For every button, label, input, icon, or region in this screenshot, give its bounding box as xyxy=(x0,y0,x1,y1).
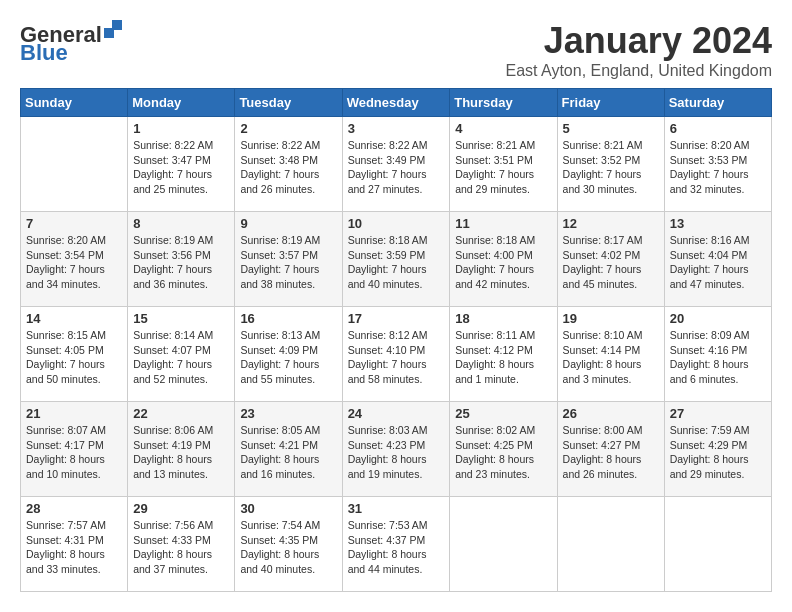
empty-cell xyxy=(664,497,771,592)
day-number: 1 xyxy=(133,121,229,136)
calendar-day-cell: 22Sunrise: 8:06 AM Sunset: 4:19 PM Dayli… xyxy=(128,402,235,497)
day-number: 29 xyxy=(133,501,229,516)
day-info: Sunrise: 8:19 AM Sunset: 3:56 PM Dayligh… xyxy=(133,233,229,292)
calendar-day-cell: 4Sunrise: 8:21 AM Sunset: 3:51 PM Daylig… xyxy=(450,117,557,212)
calendar-day-cell: 2Sunrise: 8:22 AM Sunset: 3:48 PM Daylig… xyxy=(235,117,342,212)
day-number: 15 xyxy=(133,311,229,326)
day-number: 13 xyxy=(670,216,766,231)
day-number: 8 xyxy=(133,216,229,231)
day-number: 19 xyxy=(563,311,659,326)
day-number: 9 xyxy=(240,216,336,231)
day-info: Sunrise: 8:14 AM Sunset: 4:07 PM Dayligh… xyxy=(133,328,229,387)
logo-arrow-icon xyxy=(104,20,122,42)
weekday-header-row: SundayMondayTuesdayWednesdayThursdayFrid… xyxy=(21,89,772,117)
day-info: Sunrise: 8:07 AM Sunset: 4:17 PM Dayligh… xyxy=(26,423,122,482)
day-number: 22 xyxy=(133,406,229,421)
page-header: General Blue January 2024 East Ayton, En… xyxy=(20,20,772,80)
day-info: Sunrise: 8:11 AM Sunset: 4:12 PM Dayligh… xyxy=(455,328,551,387)
day-number: 17 xyxy=(348,311,445,326)
day-info: Sunrise: 8:02 AM Sunset: 4:25 PM Dayligh… xyxy=(455,423,551,482)
day-info: Sunrise: 8:09 AM Sunset: 4:16 PM Dayligh… xyxy=(670,328,766,387)
calendar-day-cell: 28Sunrise: 7:57 AM Sunset: 4:31 PM Dayli… xyxy=(21,497,128,592)
day-info: Sunrise: 8:15 AM Sunset: 4:05 PM Dayligh… xyxy=(26,328,122,387)
day-info: Sunrise: 7:53 AM Sunset: 4:37 PM Dayligh… xyxy=(348,518,445,577)
calendar-day-cell: 30Sunrise: 7:54 AM Sunset: 4:35 PM Dayli… xyxy=(235,497,342,592)
calendar-day-cell: 31Sunrise: 7:53 AM Sunset: 4:37 PM Dayli… xyxy=(342,497,450,592)
day-number: 28 xyxy=(26,501,122,516)
day-number: 12 xyxy=(563,216,659,231)
day-number: 21 xyxy=(26,406,122,421)
day-info: Sunrise: 7:59 AM Sunset: 4:29 PM Dayligh… xyxy=(670,423,766,482)
day-number: 16 xyxy=(240,311,336,326)
day-number: 3 xyxy=(348,121,445,136)
day-number: 23 xyxy=(240,406,336,421)
day-info: Sunrise: 7:56 AM Sunset: 4:33 PM Dayligh… xyxy=(133,518,229,577)
day-info: Sunrise: 8:18 AM Sunset: 4:00 PM Dayligh… xyxy=(455,233,551,292)
weekday-header-tuesday: Tuesday xyxy=(235,89,342,117)
calendar-week-row: 14Sunrise: 8:15 AM Sunset: 4:05 PM Dayli… xyxy=(21,307,772,402)
day-number: 27 xyxy=(670,406,766,421)
day-info: Sunrise: 8:17 AM Sunset: 4:02 PM Dayligh… xyxy=(563,233,659,292)
calendar-table: SundayMondayTuesdayWednesdayThursdayFrid… xyxy=(20,88,772,592)
day-info: Sunrise: 8:21 AM Sunset: 3:52 PM Dayligh… xyxy=(563,138,659,197)
day-number: 25 xyxy=(455,406,551,421)
calendar-day-cell: 19Sunrise: 8:10 AM Sunset: 4:14 PM Dayli… xyxy=(557,307,664,402)
calendar-day-cell: 10Sunrise: 8:18 AM Sunset: 3:59 PM Dayli… xyxy=(342,212,450,307)
calendar-day-cell: 12Sunrise: 8:17 AM Sunset: 4:02 PM Dayli… xyxy=(557,212,664,307)
weekday-header-sunday: Sunday xyxy=(21,89,128,117)
calendar-day-cell: 1Sunrise: 8:22 AM Sunset: 3:47 PM Daylig… xyxy=(128,117,235,212)
day-info: Sunrise: 8:21 AM Sunset: 3:51 PM Dayligh… xyxy=(455,138,551,197)
logo-blue-text: Blue xyxy=(20,40,68,66)
day-info: Sunrise: 8:22 AM Sunset: 3:48 PM Dayligh… xyxy=(240,138,336,197)
calendar-day-cell: 18Sunrise: 8:11 AM Sunset: 4:12 PM Dayli… xyxy=(450,307,557,402)
calendar-day-cell: 14Sunrise: 8:15 AM Sunset: 4:05 PM Dayli… xyxy=(21,307,128,402)
calendar-day-cell: 3Sunrise: 8:22 AM Sunset: 3:49 PM Daylig… xyxy=(342,117,450,212)
day-number: 14 xyxy=(26,311,122,326)
calendar-day-cell: 27Sunrise: 7:59 AM Sunset: 4:29 PM Dayli… xyxy=(664,402,771,497)
weekday-header-monday: Monday xyxy=(128,89,235,117)
day-number: 26 xyxy=(563,406,659,421)
empty-cell xyxy=(21,117,128,212)
day-number: 7 xyxy=(26,216,122,231)
calendar-week-row: 1Sunrise: 8:22 AM Sunset: 3:47 PM Daylig… xyxy=(21,117,772,212)
calendar-week-row: 28Sunrise: 7:57 AM Sunset: 4:31 PM Dayli… xyxy=(21,497,772,592)
day-number: 30 xyxy=(240,501,336,516)
calendar-day-cell: 23Sunrise: 8:05 AM Sunset: 4:21 PM Dayli… xyxy=(235,402,342,497)
day-number: 10 xyxy=(348,216,445,231)
calendar-day-cell: 17Sunrise: 8:12 AM Sunset: 4:10 PM Dayli… xyxy=(342,307,450,402)
day-info: Sunrise: 8:03 AM Sunset: 4:23 PM Dayligh… xyxy=(348,423,445,482)
day-info: Sunrise: 8:10 AM Sunset: 4:14 PM Dayligh… xyxy=(563,328,659,387)
day-number: 4 xyxy=(455,121,551,136)
day-info: Sunrise: 8:18 AM Sunset: 3:59 PM Dayligh… xyxy=(348,233,445,292)
empty-cell xyxy=(557,497,664,592)
day-info: Sunrise: 7:57 AM Sunset: 4:31 PM Dayligh… xyxy=(26,518,122,577)
calendar-day-cell: 5Sunrise: 8:21 AM Sunset: 3:52 PM Daylig… xyxy=(557,117,664,212)
day-info: Sunrise: 8:13 AM Sunset: 4:09 PM Dayligh… xyxy=(240,328,336,387)
calendar-day-cell: 11Sunrise: 8:18 AM Sunset: 4:00 PM Dayli… xyxy=(450,212,557,307)
calendar-day-cell: 8Sunrise: 8:19 AM Sunset: 3:56 PM Daylig… xyxy=(128,212,235,307)
day-info: Sunrise: 8:06 AM Sunset: 4:19 PM Dayligh… xyxy=(133,423,229,482)
day-info: Sunrise: 8:05 AM Sunset: 4:21 PM Dayligh… xyxy=(240,423,336,482)
day-info: Sunrise: 8:20 AM Sunset: 3:54 PM Dayligh… xyxy=(26,233,122,292)
day-number: 24 xyxy=(348,406,445,421)
day-info: Sunrise: 8:19 AM Sunset: 3:57 PM Dayligh… xyxy=(240,233,336,292)
weekday-header-friday: Friday xyxy=(557,89,664,117)
calendar-day-cell: 15Sunrise: 8:14 AM Sunset: 4:07 PM Dayli… xyxy=(128,307,235,402)
location: East Ayton, England, United Kingdom xyxy=(505,62,772,80)
month-title: January 2024 xyxy=(505,20,772,62)
day-info: Sunrise: 8:00 AM Sunset: 4:27 PM Dayligh… xyxy=(563,423,659,482)
title-block: January 2024 East Ayton, England, United… xyxy=(505,20,772,80)
day-info: Sunrise: 8:12 AM Sunset: 4:10 PM Dayligh… xyxy=(348,328,445,387)
calendar-day-cell: 29Sunrise: 7:56 AM Sunset: 4:33 PM Dayli… xyxy=(128,497,235,592)
calendar-day-cell: 6Sunrise: 8:20 AM Sunset: 3:53 PM Daylig… xyxy=(664,117,771,212)
calendar-day-cell: 16Sunrise: 8:13 AM Sunset: 4:09 PM Dayli… xyxy=(235,307,342,402)
calendar-day-cell: 20Sunrise: 8:09 AM Sunset: 4:16 PM Dayli… xyxy=(664,307,771,402)
day-number: 31 xyxy=(348,501,445,516)
calendar-day-cell: 13Sunrise: 8:16 AM Sunset: 4:04 PM Dayli… xyxy=(664,212,771,307)
day-number: 6 xyxy=(670,121,766,136)
calendar-day-cell: 24Sunrise: 8:03 AM Sunset: 4:23 PM Dayli… xyxy=(342,402,450,497)
day-number: 2 xyxy=(240,121,336,136)
weekday-header-wednesday: Wednesday xyxy=(342,89,450,117)
day-info: Sunrise: 8:22 AM Sunset: 3:47 PM Dayligh… xyxy=(133,138,229,197)
day-info: Sunrise: 8:20 AM Sunset: 3:53 PM Dayligh… xyxy=(670,138,766,197)
